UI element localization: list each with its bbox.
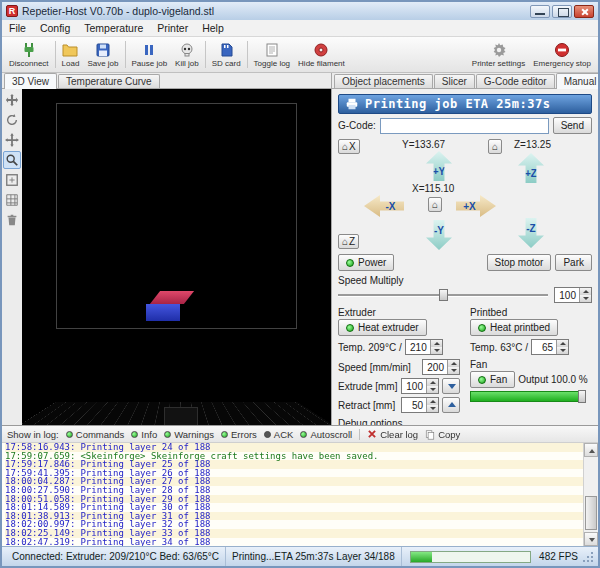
home-all-button[interactable]: ⌂	[428, 197, 442, 212]
scrollbar-thumb[interactable]	[585, 496, 597, 530]
clear-log-button[interactable]: Clear log	[367, 429, 418, 440]
status-bar: Connected: Extruder: 209/210°C Bed: 63/6…	[2, 546, 598, 566]
jog-minus-z-button[interactable]: -Z	[518, 218, 544, 248]
menu-printer[interactable]: Printer	[150, 21, 195, 35]
emergency-stop-button[interactable]: Emergency stop	[529, 37, 595, 72]
fan-speed-slider[interactable]	[470, 391, 586, 402]
maximize-button[interactable]	[552, 5, 572, 18]
zoom-view-button[interactable]	[3, 151, 21, 169]
3d-viewport[interactable]	[22, 89, 331, 425]
spinner-up-button[interactable]	[427, 398, 438, 405]
tab-object-placements[interactable]: Object placements	[334, 74, 433, 88]
menu-help[interactable]: Help	[195, 21, 231, 35]
slider-thumb[interactable]	[439, 289, 448, 301]
home-y-button[interactable]: ⌂	[488, 139, 502, 154]
tab-3d-view[interactable]: 3D View	[4, 73, 57, 89]
spinner-up-button[interactable]	[431, 340, 442, 347]
extrude-label: Extrude [mm]	[338, 381, 398, 392]
stop-motor-button[interactable]: Stop motor	[487, 254, 552, 271]
park-button[interactable]: Park	[555, 254, 592, 271]
jog-minus-y-button[interactable]: -Y	[426, 220, 452, 250]
jog-minus-x-button[interactable]: -X	[364, 195, 404, 217]
extrude-spinner[interactable]: 100	[401, 378, 439, 394]
spinner-down-button[interactable]	[448, 367, 459, 374]
move-view-button[interactable]	[3, 91, 21, 109]
speed-spinner[interactable]: 200	[422, 359, 460, 375]
toolbar: Disconnect Load Save job Pause job Kill …	[2, 37, 598, 73]
spinner-up-button[interactable]	[557, 340, 568, 347]
fan-toggle-button[interactable]: Fan	[470, 371, 515, 388]
jog-plus-y-button[interactable]: +Y	[426, 151, 452, 181]
spinner-down-button[interactable]	[427, 386, 438, 393]
home-z-button[interactable]: ⌂ Z	[338, 234, 359, 249]
spinner-up-button[interactable]	[448, 360, 459, 367]
control-pane: Object placements Slicer G-Code editor M…	[332, 73, 598, 425]
heat-printbed-button[interactable]: Heat printbed	[470, 319, 558, 336]
grid-view-button[interactable]	[3, 191, 21, 209]
extruder-temp-spinner[interactable]: 210	[405, 339, 443, 355]
spinner-down-button[interactable]	[427, 405, 438, 412]
fan-slider-thumb[interactable]	[578, 390, 586, 403]
filter-info[interactable]: Info	[131, 429, 157, 440]
scroll-up-button[interactable]	[584, 443, 598, 457]
autoscroll-led-icon	[300, 431, 307, 438]
fit-view-button[interactable]	[3, 171, 21, 189]
jog-plus-x-button[interactable]: +X	[456, 195, 496, 217]
menu-file[interactable]: File	[2, 21, 33, 35]
home-icon: ⌂	[432, 199, 438, 210]
home-x-button[interactable]: ⌂ X	[338, 139, 360, 154]
spinner-up-button[interactable]	[580, 288, 591, 295]
disconnect-button[interactable]: Disconnect	[5, 37, 53, 72]
speed-multiply-slider[interactable]	[338, 288, 548, 302]
trash-icon	[5, 213, 19, 227]
speed-multiply-spinner[interactable]: 100	[554, 287, 592, 303]
tab-gcode-editor[interactable]: G-Code editor	[476, 74, 555, 88]
spinner-down-button[interactable]	[431, 347, 442, 354]
pause-job-button[interactable]: Pause job	[128, 37, 172, 72]
tab-slicer[interactable]: Slicer	[434, 74, 475, 88]
send-button[interactable]: Send	[553, 117, 592, 134]
y-position-label: Y=133.67	[402, 139, 445, 150]
scroll-down-button[interactable]	[584, 532, 598, 546]
power-button[interactable]: Power	[338, 254, 394, 271]
heat-extruder-button[interactable]: Heat extruder	[338, 319, 427, 336]
filter-warnings[interactable]: Warnings	[164, 429, 214, 440]
filter-commands[interactable]: Commands	[66, 429, 125, 440]
resize-grip[interactable]	[582, 551, 594, 563]
filter-errors[interactable]: Errors	[221, 429, 257, 440]
kill-job-button[interactable]: Kill job	[171, 37, 203, 72]
menu-config[interactable]: Config	[33, 21, 77, 35]
toggle-log-button[interactable]: Toggle log	[250, 37, 294, 72]
rotate-view-button[interactable]	[3, 111, 21, 129]
tab-temperature-curve[interactable]: Temperature Curve	[58, 74, 160, 88]
delete-object-button[interactable]	[3, 211, 21, 229]
printbed-temp-spinner[interactable]: 65	[531, 339, 569, 355]
printer-settings-button[interactable]: Printer settings	[468, 37, 529, 72]
copy-log-button[interactable]: Copy	[425, 429, 460, 440]
tab-manual-control[interactable]: Manual control	[556, 73, 600, 89]
spinner-up-button[interactable]	[427, 379, 438, 386]
spinner-down-button[interactable]	[557, 347, 568, 354]
filter-ack[interactable]: ACK	[264, 429, 294, 440]
save-job-button[interactable]: Save job	[83, 37, 122, 72]
pan-view-button[interactable]	[3, 131, 21, 149]
minimize-button[interactable]	[530, 5, 550, 18]
app-window: R Repetier-Host V0.70b - duplo-vigeland.…	[0, 0, 600, 568]
close-button[interactable]	[574, 5, 594, 18]
gcode-input[interactable]	[380, 118, 549, 134]
menu-temperature[interactable]: Temperature	[77, 21, 150, 35]
load-button[interactable]: Load	[58, 37, 84, 72]
hide-filament-button[interactable]: Hide filament	[294, 37, 349, 72]
sd-card-button[interactable]: SD card	[208, 37, 245, 72]
warnings-led-icon	[164, 431, 171, 438]
log-row: 18:02:47.319:Printing layer 34 of 188	[5, 538, 598, 546]
retract-button[interactable]	[442, 397, 460, 413]
extrude-button[interactable]	[442, 378, 460, 394]
spinner-down-button[interactable]	[580, 295, 591, 302]
extruder-led-icon	[346, 324, 354, 332]
view-tool-strip	[2, 89, 22, 425]
log-scrollbar[interactable]	[583, 443, 598, 546]
filter-autoscroll[interactable]: Autoscroll	[300, 429, 352, 440]
jog-plus-z-button[interactable]: +Z	[518, 153, 544, 183]
retract-spinner[interactable]: 50	[401, 397, 439, 413]
